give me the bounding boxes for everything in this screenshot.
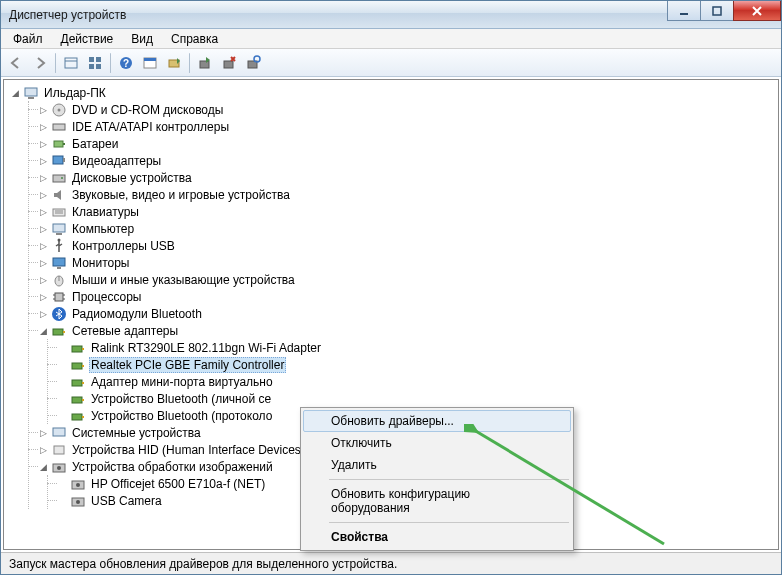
svg-rect-11 <box>144 58 156 61</box>
view-button[interactable] <box>84 52 106 74</box>
computer-icon <box>23 85 39 101</box>
maximize-button[interactable] <box>700 1 734 21</box>
expander-icon[interactable]: ▷ <box>38 104 49 115</box>
context-menu: Обновить драйверы... Отключить Удалить О… <box>300 407 574 551</box>
menu-action[interactable]: Действие <box>53 30 122 48</box>
window-title: Диспетчер устройств <box>9 8 668 22</box>
tree-category[interactable]: ▷Дисковые устройства <box>29 169 778 186</box>
menu-view[interactable]: Вид <box>123 30 161 48</box>
uninstall-button[interactable] <box>218 52 240 74</box>
tree-root[interactable]: ◢ Ильдар-ПК <box>10 84 778 101</box>
tree-category[interactable]: ▷Компьютер <box>29 220 778 237</box>
svg-point-27 <box>61 177 63 179</box>
tree-device-selected[interactable]: Realtek PCIe GBE Family Controller <box>48 356 778 373</box>
tree-category[interactable]: ▷Радиомодули Bluetooth <box>29 305 778 322</box>
menubar: Файл Действие Вид Справка <box>1 29 781 49</box>
menu-file[interactable]: Файл <box>5 30 51 48</box>
expander-icon[interactable]: ▷ <box>38 172 49 183</box>
network-adapter-icon <box>70 374 86 390</box>
scan-button[interactable] <box>163 52 185 74</box>
tree-category[interactable]: ▷Мыши и иные указывающие устройства <box>29 271 778 288</box>
expander-icon[interactable]: ▷ <box>38 444 49 455</box>
tree-category[interactable]: ▷Контроллеры USB <box>29 237 778 254</box>
computer-icon <box>51 221 67 237</box>
sound-icon <box>51 187 67 203</box>
expander-icon[interactable]: ▷ <box>38 223 49 234</box>
back-button[interactable] <box>5 52 27 74</box>
svg-text:?: ? <box>123 58 129 69</box>
tree-device[interactable]: Адаптер мини-порта виртуально <box>48 373 778 390</box>
svg-rect-13 <box>200 61 209 68</box>
minimize-button[interactable] <box>667 1 701 21</box>
tree-category[interactable]: ▷DVD и CD-ROM дисководы <box>29 101 778 118</box>
svg-rect-5 <box>96 57 101 62</box>
imaging-device-icon <box>70 476 86 492</box>
svg-rect-35 <box>57 267 61 269</box>
tree-category[interactable]: ▷IDE ATA/ATAPI контроллеры <box>29 118 778 135</box>
tree-category[interactable]: ▷Звуковые, видео и игровые устройства <box>29 186 778 203</box>
status-text: Запуск мастера обновления драйверов для … <box>9 557 397 571</box>
expander-icon[interactable]: ▷ <box>38 308 49 319</box>
toolbar: ? <box>1 49 781 77</box>
svg-rect-1 <box>713 7 721 15</box>
expander-icon[interactable]: ▷ <box>38 240 49 251</box>
svg-rect-49 <box>82 365 84 367</box>
expander-icon[interactable]: ▷ <box>38 189 49 200</box>
expander-icon[interactable]: ▷ <box>38 155 49 166</box>
expander-icon[interactable]: ▷ <box>38 206 49 217</box>
svg-rect-21 <box>53 124 65 130</box>
svg-rect-0 <box>680 13 688 15</box>
forward-button[interactable] <box>29 52 51 74</box>
dvd-icon <box>51 102 67 118</box>
svg-rect-55 <box>82 416 84 418</box>
svg-rect-17 <box>25 88 37 96</box>
expander-icon[interactable]: ▷ <box>38 274 49 285</box>
svg-rect-23 <box>63 143 65 145</box>
mouse-icon <box>51 272 67 288</box>
ctx-properties[interactable]: Свойства <box>303 526 571 548</box>
ctx-update-drivers[interactable]: Обновить драйверы... <box>303 410 571 432</box>
tree-category-network[interactable]: ◢Сетевые адаптеры <box>29 322 778 339</box>
expander-icon[interactable]: ▷ <box>38 427 49 438</box>
tree-category[interactable]: ▷Видеоадаптеры <box>29 152 778 169</box>
expander-icon[interactable]: ▷ <box>38 291 49 302</box>
expander-icon[interactable]: ◢ <box>10 87 21 98</box>
svg-rect-47 <box>82 348 84 350</box>
ctx-separator <box>329 479 569 480</box>
svg-point-33 <box>58 238 61 241</box>
help-button[interactable]: ? <box>115 52 137 74</box>
tree-device[interactable]: Ralink RT3290LE 802.11bgn Wi-Fi Adapter <box>48 339 778 356</box>
tree-category[interactable]: ▷Клавиатуры <box>29 203 778 220</box>
toolbar-separator <box>55 53 56 73</box>
show-hidden-button[interactable] <box>60 52 82 74</box>
refresh-button[interactable] <box>242 52 264 74</box>
tree-category[interactable]: ▷Батареи <box>29 135 778 152</box>
ctx-remove[interactable]: Удалить <box>303 454 571 476</box>
toolbar-separator <box>110 53 111 73</box>
network-adapter-icon <box>70 357 86 373</box>
expander-icon[interactable]: ◢ <box>38 325 49 336</box>
svg-rect-31 <box>53 224 65 232</box>
tree-category[interactable]: ▷Мониторы <box>29 254 778 271</box>
ide-icon <box>51 119 67 135</box>
titlebar[interactable]: Диспетчер устройств <box>1 1 781 29</box>
expander-icon[interactable]: ▷ <box>38 257 49 268</box>
svg-rect-2 <box>65 58 77 68</box>
tree-device[interactable]: Устройство Bluetooth (личной се <box>48 390 778 407</box>
tree-root-label: Ильдар-ПК <box>42 85 108 101</box>
expander-icon[interactable]: ◢ <box>38 461 49 472</box>
close-button[interactable] <box>733 1 781 21</box>
svg-rect-14 <box>224 61 233 68</box>
tree-category[interactable]: ▷Процессоры <box>29 288 778 305</box>
ctx-disable[interactable]: Отключить <box>303 432 571 454</box>
display-adapter-icon <box>51 153 67 169</box>
svg-point-20 <box>58 108 61 111</box>
svg-rect-34 <box>53 258 65 266</box>
prop-button[interactable] <box>139 52 161 74</box>
expander-icon[interactable]: ▷ <box>38 121 49 132</box>
expander-icon[interactable]: ▷ <box>38 138 49 149</box>
ctx-scan-hardware[interactable]: Обновить конфигурацию оборудования <box>303 483 571 519</box>
menu-help[interactable]: Справка <box>163 30 226 48</box>
update-driver-button[interactable] <box>194 52 216 74</box>
svg-rect-52 <box>72 397 82 403</box>
